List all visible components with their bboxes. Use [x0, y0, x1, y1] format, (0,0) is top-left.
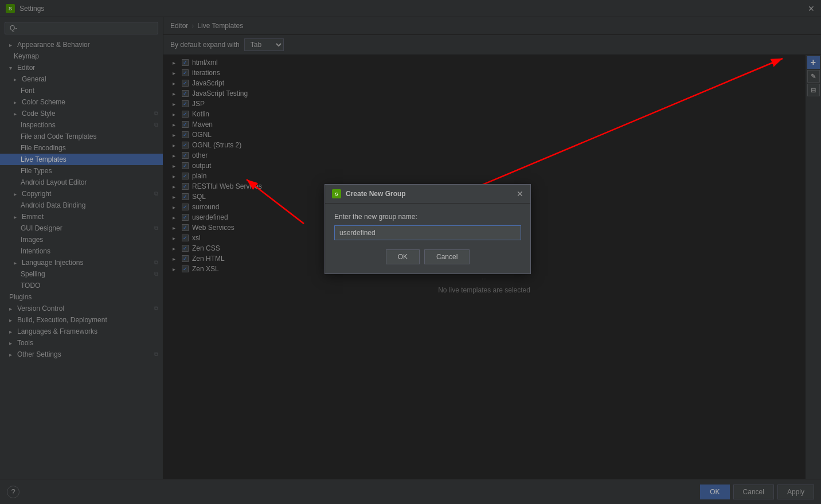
modal-label: Enter the new group name:	[334, 213, 521, 221]
modal-buttons: OK Cancel	[334, 249, 521, 264]
group-name-input[interactable]	[334, 225, 521, 240]
modal-title: Create New Group	[346, 190, 406, 198]
modal-close-button[interactable]: ✕	[517, 189, 523, 198]
modal-app-icon: S	[332, 189, 341, 198]
modal-overlay: S Create New Group ✕ Enter the new group…	[0, 0, 821, 504]
create-group-modal: S Create New Group ✕ Enter the new group…	[325, 184, 531, 274]
modal-body: Enter the new group name: OK Cancel	[325, 204, 530, 274]
modal-ok-button[interactable]: OK	[386, 249, 420, 264]
modal-cancel-button[interactable]: Cancel	[424, 249, 470, 264]
modal-titlebar: S Create New Group ✕	[325, 185, 530, 204]
svg-line-2	[247, 179, 304, 224]
